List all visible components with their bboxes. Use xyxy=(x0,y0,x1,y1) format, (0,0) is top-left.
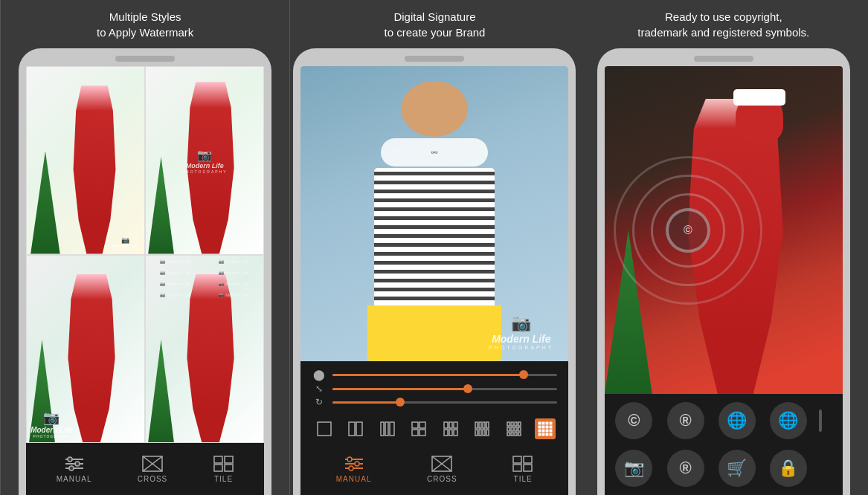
opacity-thumb[interactable] xyxy=(519,370,528,379)
svg-rect-18 xyxy=(390,422,394,436)
grid-4x2[interactable] xyxy=(472,418,492,439)
toolbar-manual-p2[interactable]: MANUAL xyxy=(325,452,383,487)
registered-symbol[interactable]: ® xyxy=(667,402,704,439)
svg-rect-60 xyxy=(550,430,552,432)
phone-frame-1: 📷 Modern Life PHOTOGRAPHY 📷 xyxy=(19,48,271,495)
svg-rect-50 xyxy=(542,422,544,424)
svg-rect-16 xyxy=(381,422,384,436)
toolbar-label-tile-p1: TILE xyxy=(214,475,233,483)
svg-rect-24 xyxy=(449,422,452,428)
copyright-symbol[interactable]: © xyxy=(615,402,652,439)
svg-rect-54 xyxy=(542,426,544,428)
cross-icon-p1 xyxy=(142,456,163,472)
globe-symbol-1[interactable]: 🌐 xyxy=(718,402,756,439)
phone-frame-3: © © ® 🌐 🌐 xyxy=(597,48,850,495)
opacity-track[interactable] xyxy=(332,374,557,376)
toolbar-tile-p2[interactable]: TILE xyxy=(501,452,544,487)
svg-point-4 xyxy=(75,462,80,466)
size-thumb[interactable] xyxy=(463,384,472,393)
svg-rect-64 xyxy=(550,433,552,436)
registered-symbol-2[interactable]: ® xyxy=(667,450,704,487)
globe-symbol-2[interactable]: 🌐 xyxy=(770,402,807,439)
svg-point-3 xyxy=(68,457,72,462)
svg-rect-58 xyxy=(542,430,544,432)
svg-rect-57 xyxy=(539,430,541,432)
sliders-icon-p1 xyxy=(64,456,85,472)
toolbar-manual-p1[interactable]: MANUAL xyxy=(45,452,103,487)
svg-rect-20 xyxy=(419,422,425,428)
sliders-icon-p2 xyxy=(344,456,364,472)
svg-rect-47 xyxy=(515,433,517,436)
svg-rect-55 xyxy=(546,426,548,428)
svg-rect-52 xyxy=(550,422,552,424)
opacity-slider-row: ⬤ xyxy=(312,369,557,381)
svg-rect-15 xyxy=(356,422,362,436)
size-icon: ⤡ xyxy=(312,384,327,394)
scroll-indicator xyxy=(819,410,834,432)
toolbar-cross-p1[interactable]: CROSS xyxy=(126,452,179,487)
grid-2x1[interactable] xyxy=(345,418,366,439)
lock-symbol[interactable]: 🔒 xyxy=(770,450,807,487)
svg-rect-43 xyxy=(515,427,517,431)
svg-rect-41 xyxy=(507,427,509,431)
sliders-section: ⬤ ⤡ ↻ xyxy=(300,361,568,415)
svg-rect-61 xyxy=(539,433,541,436)
svg-rect-56 xyxy=(550,426,552,428)
panel-digital-signature: Digital Signature to create your Brand 👓… xyxy=(290,0,579,495)
svg-rect-21 xyxy=(412,430,418,436)
svg-rect-12 xyxy=(225,465,233,471)
toolbar-panel1: MANUAL CROSS xyxy=(26,443,264,495)
svg-rect-45 xyxy=(507,433,509,436)
svg-rect-44 xyxy=(518,427,521,431)
svg-rect-42 xyxy=(511,427,513,431)
toolbar-cross-p2[interactable]: CROSS xyxy=(416,452,469,487)
phone-screen-2: 👓 📷 Modern Life PHOTOGRAPHY ⬤ xyxy=(300,66,568,495)
grid-4x3[interactable] xyxy=(504,418,524,439)
svg-rect-27 xyxy=(449,430,452,436)
cart-symbol[interactable]: 🛒 xyxy=(718,450,756,487)
panel3-header: Ready to use copyright, trademark and re… xyxy=(623,0,824,48)
grid-active[interactable] xyxy=(535,418,556,439)
svg-rect-40 xyxy=(518,422,521,426)
panel1-header: Multiple Styles to Apply Watermark xyxy=(82,0,208,48)
phone-notch-1 xyxy=(115,56,175,62)
panel-copyright: Ready to use copyright, trademark and re… xyxy=(579,0,868,495)
svg-rect-37 xyxy=(507,422,509,426)
rotation-thumb[interactable] xyxy=(396,398,405,407)
phone-screen-3: © © ® 🌐 🌐 xyxy=(605,66,843,495)
copyright-photo: © xyxy=(605,66,843,394)
svg-rect-29 xyxy=(475,422,478,428)
svg-point-68 xyxy=(347,457,352,462)
svg-point-69 xyxy=(355,462,359,466)
toolbar-tile-p1[interactable]: TILE xyxy=(202,452,245,487)
svg-rect-23 xyxy=(444,422,448,428)
size-track[interactable] xyxy=(332,388,557,390)
svg-rect-35 xyxy=(483,430,485,436)
svg-rect-14 xyxy=(349,422,355,436)
svg-rect-19 xyxy=(412,422,418,428)
grid-cell-1: 📷 Modern Life PHOTOGRAPHY xyxy=(26,66,145,255)
svg-rect-51 xyxy=(546,422,548,424)
grid-2x2[interactable] xyxy=(408,418,429,439)
svg-rect-36 xyxy=(486,430,489,436)
svg-rect-17 xyxy=(385,422,388,436)
svg-rect-53 xyxy=(539,426,541,428)
opacity-icon: ⬤ xyxy=(312,369,327,381)
svg-rect-46 xyxy=(511,433,513,436)
svg-rect-31 xyxy=(483,422,485,428)
svg-rect-48 xyxy=(518,433,521,436)
panel-multiple-styles: Multiple Styles to Apply Watermark 📷 Mod… xyxy=(0,0,290,495)
rotation-icon: ↻ xyxy=(312,397,327,407)
grid-3x2[interactable] xyxy=(440,418,461,439)
grid-1x1[interactable] xyxy=(314,418,335,439)
toolbar-label-manual-p1: MANUAL xyxy=(57,475,92,483)
rotation-slider-row: ↻ xyxy=(312,397,557,407)
svg-rect-59 xyxy=(546,430,548,432)
svg-rect-26 xyxy=(444,430,448,436)
camera-symbol[interactable]: 📷 xyxy=(615,450,652,487)
toolbar-label-manual-p2: MANUAL xyxy=(336,475,372,483)
rotation-track[interactable] xyxy=(332,401,557,404)
phone-notch-3 xyxy=(694,56,753,62)
grid-3x1[interactable] xyxy=(377,418,398,439)
svg-rect-10 xyxy=(225,456,233,463)
